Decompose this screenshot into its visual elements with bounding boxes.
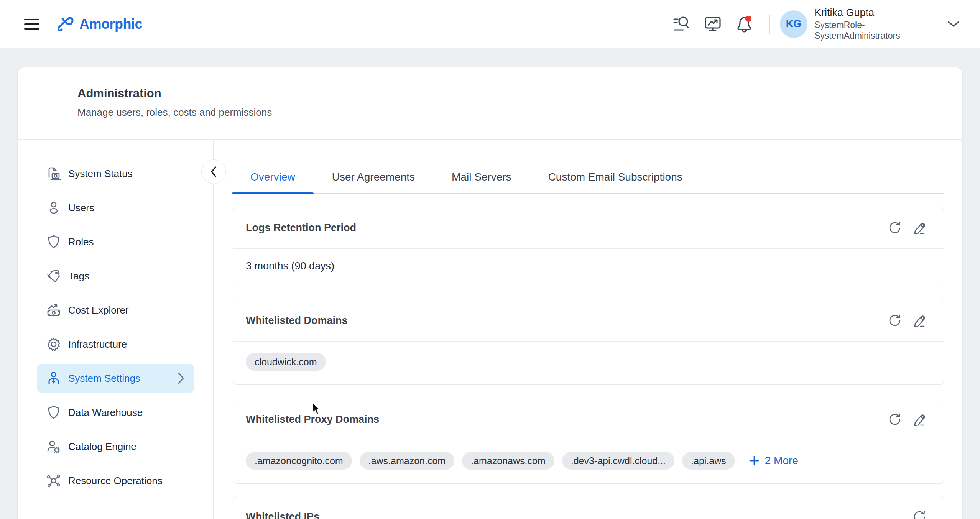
admin-sidebar: System Status Users Roles (18, 140, 214, 519)
notification-dot (745, 16, 751, 22)
chevron-right-icon (177, 372, 185, 385)
chevron-left-icon (210, 166, 217, 178)
cost-explorer-icon (46, 302, 61, 318)
data-warehouse-shield-icon (46, 405, 61, 420)
topbar-divider (769, 15, 770, 34)
sidebar-item-data-warehouse[interactable]: Data Warehouse (37, 398, 194, 427)
sidebar-item-infrastructure[interactable]: Infrastructure (37, 330, 194, 359)
avatar: KG (780, 10, 807, 38)
brand-logo[interactable]: Amorphic (57, 15, 142, 33)
sidebar-item-system-settings[interactable]: System Settings (37, 364, 194, 393)
chevron-down-icon[interactable] (947, 20, 960, 28)
edit-pencil-icon[interactable] (912, 412, 927, 427)
edit-pencil-icon[interactable] (912, 221, 927, 235)
tags-icon (46, 268, 61, 284)
panel-header: Administration Manage users, roles, cost… (18, 67, 962, 140)
system-settings-content: Overview User Agreements Mail Servers Cu… (214, 140, 962, 519)
sidebar-item-catalog-engine[interactable]: Catalog Engine (37, 432, 194, 461)
advanced-search-icon[interactable] (672, 15, 691, 34)
refresh-icon[interactable] (888, 314, 902, 328)
logs-retention-card: Logs Retention Period (233, 207, 944, 286)
sidebar-item-tags[interactable]: Tags (37, 261, 194, 291)
users-icon (46, 200, 61, 215)
brand-name: Amorphic (79, 16, 142, 32)
administration-panel: Administration Manage users, roles, cost… (18, 67, 962, 519)
resource-operations-icon (46, 473, 61, 488)
topbar-actions: KG Kritika Gupta SystemRole-SystemAdmini… (672, 7, 980, 41)
edit-pencil-icon[interactable] (912, 314, 927, 328)
logs-retention-value: 3 months (90 days) (246, 260, 334, 272)
settings-tabs: Overview User Agreements Mail Servers Cu… (232, 161, 944, 194)
sidebar-item-resource-operations[interactable]: Resource Operations (37, 466, 194, 495)
tab-user-agreements[interactable]: User Agreements (314, 161, 433, 193)
notifications-bell-icon[interactable] (735, 14, 754, 34)
user-role: SystemRole-SystemAdministrators (814, 20, 910, 42)
card-title: Whitelisted Domains (246, 315, 348, 327)
sidebar-item-label: Users (68, 202, 94, 214)
catalog-engine-icon (46, 439, 61, 454)
amorphic-logo-icon (57, 15, 77, 33)
refresh-icon[interactable] (888, 221, 902, 235)
sidebar-item-users[interactable]: Users (37, 193, 194, 222)
plus-icon (749, 455, 760, 466)
sidebar-item-cost-explorer[interactable]: Cost Explorer (37, 296, 194, 325)
sidebar-collapse-button[interactable] (201, 159, 226, 184)
profile-menu[interactable]: KG Kritika Gupta SystemRole-SystemAdmini… (780, 7, 910, 41)
more-label: 2 More (765, 455, 798, 467)
system-status-icon (46, 166, 61, 181)
whitelisted-proxy-domains-card: Whitelisted Proxy Domains (233, 399, 944, 484)
hamburger-menu-button[interactable] (24, 19, 39, 30)
page-title: Administration (77, 87, 962, 100)
user-name: Kritika Gupta (814, 7, 910, 20)
refresh-icon[interactable] (888, 412, 902, 427)
domain-chip: cloudwick.com (246, 353, 326, 371)
page-subtitle: Manage users, roles, costs and permissio… (77, 107, 962, 118)
proxy-domain-chip: .api.aws (682, 452, 735, 470)
shield-icon (46, 234, 61, 250)
sidebar-item-label: Tags (68, 270, 89, 282)
sidebar-item-system-status[interactable]: System Status (37, 159, 194, 188)
proxy-domain-chip: .amazoncognito.com (246, 452, 352, 470)
sidebar-item-label: System Settings (68, 373, 140, 384)
card-title: Whitelisted IPs (246, 511, 319, 519)
proxy-domain-chip: .dev3-api.cwdl.cloud... (562, 452, 674, 470)
system-settings-icon (46, 371, 61, 386)
topbar: Amorphic (0, 0, 980, 48)
sidebar-item-label: Infrastructure (68, 338, 127, 350)
tab-mail-servers[interactable]: Mail Servers (433, 161, 530, 193)
show-more-button[interactable]: 2 More (749, 455, 798, 467)
proxy-domain-chip: .aws.amazon.com (360, 452, 454, 470)
tab-custom-email-subscriptions[interactable]: Custom Email Subscriptions (530, 161, 701, 193)
mouse-cursor (309, 401, 322, 416)
monitoring-icon[interactable] (703, 15, 722, 34)
whitelisted-domains-card: Whitelisted Domains (233, 300, 944, 385)
user-info: Kritika Gupta SystemRole-SystemAdministr… (814, 7, 910, 41)
sidebar-item-roles[interactable]: Roles (37, 227, 194, 256)
proxy-domain-chip: .amazonaws.com (462, 452, 554, 470)
tab-overview[interactable]: Overview (232, 161, 314, 193)
sidebar-item-label: Cost Explorer (68, 304, 129, 316)
whitelisted-ips-card: Whitelisted IPs (233, 496, 944, 519)
sidebar-item-label: Roles (68, 236, 94, 248)
sidebar-item-label: Resource Operations (68, 475, 163, 487)
refresh-icon[interactable] (912, 510, 927, 519)
sidebar-item-label: System Status (68, 168, 133, 180)
sidebar-item-label: Catalog Engine (68, 441, 136, 453)
gear-icon (46, 337, 61, 352)
sidebar-item-label: Data Warehouse (68, 407, 143, 419)
card-title: Logs Retention Period (246, 222, 356, 234)
